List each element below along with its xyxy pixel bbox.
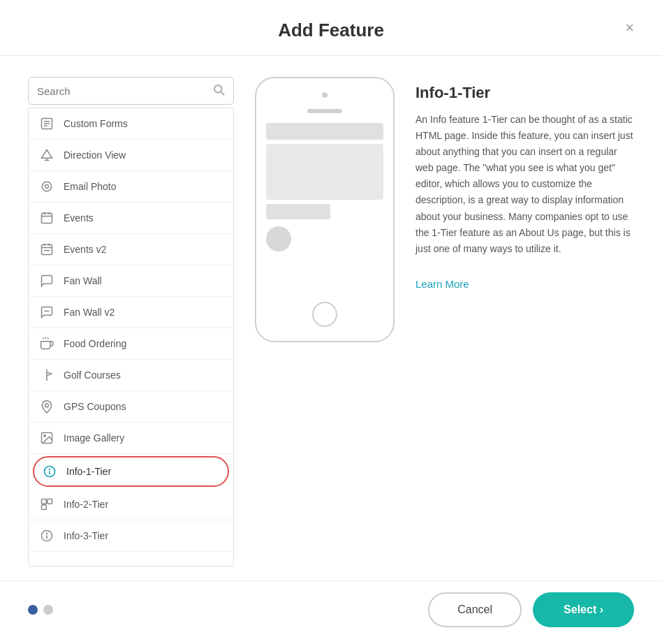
list-item[interactable]: Food Ordering	[29, 328, 233, 360]
svg-point-10	[45, 185, 49, 189]
pagination-dots	[28, 605, 53, 615]
list-item-label: Food Ordering	[64, 338, 126, 349]
pagination-dot-active	[28, 605, 38, 615]
phone-screen	[266, 123, 383, 289]
feature-description: Info-1-Tier An Info feature 1-Tier can b…	[415, 77, 634, 290]
svg-rect-31	[42, 499, 47, 504]
feature-detail-description: An Info feature 1-Tier can be thought of…	[415, 112, 634, 257]
phone-content-circle	[266, 226, 291, 251]
list-item[interactable]: Custom Forms	[29, 108, 233, 140]
svg-rect-33	[42, 505, 47, 510]
svg-marker-6	[42, 150, 52, 159]
phone-bar	[266, 123, 383, 140]
direction-view-icon	[38, 147, 55, 163]
right-panel: Info-1-Tier An Info feature 1-Tier can b…	[255, 77, 634, 566]
list-item-label: Custom Forms	[64, 118, 128, 129]
list-item[interactable]: Fan Wall v2	[29, 297, 233, 328]
svg-line-1	[221, 92, 223, 94]
food-ordering-icon	[38, 335, 55, 352]
list-item[interactable]: Fan Wall	[29, 265, 233, 297]
search-icon	[212, 83, 225, 98]
golf-courses-icon	[38, 367, 55, 383]
list-item[interactable]: Events	[29, 203, 233, 234]
phone-speaker	[307, 109, 342, 113]
gps-coupons-icon	[38, 398, 55, 415]
list-item-label: Fan Wall	[64, 275, 102, 286]
svg-point-27	[44, 435, 46, 437]
cancel-button[interactable]: Cancel	[428, 592, 522, 627]
phone-content-small	[266, 204, 330, 219]
footer-buttons: Cancel Select ›	[428, 592, 634, 627]
list-item-label: Email Photo	[64, 181, 116, 192]
list-item-label: Info-1-Tier	[66, 466, 111, 477]
list-item-selected[interactable]: Info-1-Tier	[33, 456, 229, 487]
list-item-label: Fan Wall v2	[64, 307, 115, 318]
list-item-label: Events	[64, 212, 94, 224]
list-item-label: Direction View	[64, 149, 126, 161]
email-photo-icon	[38, 178, 55, 195]
info-3-tier-icon	[38, 527, 55, 544]
pagination-dot-inactive	[43, 605, 53, 615]
svg-point-25	[45, 404, 49, 407]
events-v2-icon	[38, 241, 55, 258]
close-button[interactable]: ×	[622, 17, 637, 38]
list-item[interactable]: Direction View	[29, 140, 233, 171]
search-box[interactable]	[28, 77, 234, 105]
info-1-tier-icon	[41, 463, 58, 480]
feature-list: Custom Forms Direction View Email Photo	[28, 108, 234, 566]
search-input[interactable]	[37, 85, 212, 97]
feature-detail-title: Info-1-Tier	[415, 84, 634, 102]
phone-content-block	[266, 144, 383, 200]
phone-content	[266, 144, 383, 289]
list-item-label: Info-2-Tier	[64, 499, 108, 510]
svg-rect-11	[42, 213, 52, 223]
svg-point-9	[42, 182, 51, 191]
phone-camera	[322, 92, 328, 98]
learn-more-link[interactable]: Learn More	[415, 278, 634, 290]
custom-forms-icon	[38, 115, 55, 132]
select-button[interactable]: Select ›	[533, 592, 634, 627]
list-item-label: Events v2	[64, 244, 106, 255]
svg-rect-32	[47, 499, 52, 504]
info-2-tier-icon	[38, 496, 55, 513]
list-item-label: Image Gallery	[64, 432, 124, 444]
list-item-label: Golf Courses	[64, 369, 121, 381]
modal-body: Custom Forms Direction View Email Photo	[0, 56, 662, 580]
list-item[interactable]: Info-2-Tier	[29, 489, 233, 520]
phone-home-button	[312, 302, 337, 327]
list-item[interactable]: Golf Courses	[29, 360, 233, 391]
phone-mockup	[255, 77, 395, 342]
image-gallery-icon	[38, 430, 55, 446]
svg-rect-15	[42, 244, 52, 254]
modal-footer: Cancel Select ›	[0, 580, 662, 644]
left-panel: Custom Forms Direction View Email Photo	[28, 77, 234, 566]
list-item[interactable]: Events v2	[29, 234, 233, 265]
list-item[interactable]: Email Photo	[29, 171, 233, 203]
list-item-label: Info-3-Tier	[64, 530, 108, 541]
list-item[interactable]: GPS Coupons	[29, 391, 233, 423]
fan-wall-icon	[38, 272, 55, 289]
fan-wall-v2-icon	[38, 304, 55, 321]
list-item[interactable]: Info-3-Tier	[29, 520, 233, 552]
list-item-label: GPS Coupons	[64, 401, 126, 412]
modal-header: Add Feature ×	[0, 0, 662, 56]
list-item[interactable]: Image Gallery	[29, 423, 233, 454]
events-icon	[38, 210, 55, 226]
modal-title: Add Feature	[278, 20, 384, 41]
